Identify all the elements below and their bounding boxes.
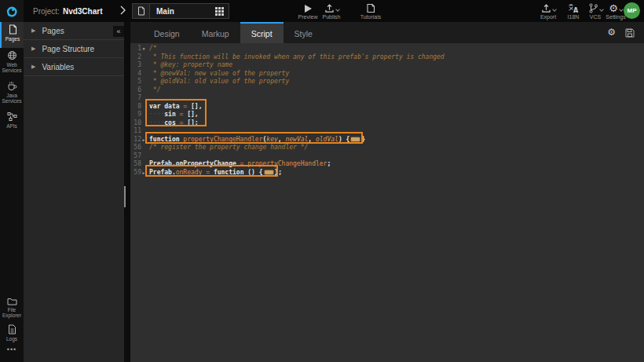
project-name: Nvd3Chart [63, 7, 103, 16]
app-window: Project: Nvd3Chart Main [0, 0, 644, 362]
chevron-down-icon [619, 7, 624, 12]
line-number: 10 [130, 119, 141, 128]
line-number: 57 [130, 152, 141, 161]
sidebar-more-button[interactable]: ••• [0, 346, 24, 353]
sidebar-item-apis[interactable]: APIs [0, 109, 24, 133]
folder-icon [7, 297, 17, 305]
panel-section-pages[interactable]: ▶ Pages [24, 22, 124, 40]
code-line[interactable]: 9····sin = [], [130, 111, 644, 119]
code-line[interactable]: 11 [130, 127, 644, 136]
tab-design[interactable]: Design [143, 22, 191, 43]
line-number: 58 [130, 160, 141, 169]
tutorials-button[interactable]: Tutorials [355, 2, 386, 20]
panel-section-page-structure[interactable]: ▶ Page Structure [24, 40, 124, 58]
save-button[interactable] [625, 28, 635, 38]
code-line[interactable]: 58Prefab.onPropertyChange = propertyChan… [130, 160, 644, 169]
line-number: 1 [130, 45, 141, 53]
editor-settings-button[interactable]: ⚙ [607, 27, 616, 38]
line-number: 56 [130, 144, 141, 152]
line-number: 2 [130, 53, 141, 62]
translate-icon: A [568, 2, 579, 13]
expand-arrow-icon: ▶ [31, 27, 35, 34]
line-number: 11 [130, 127, 141, 136]
sidebar-item-file-explorer[interactable]: File Explorer [0, 294, 24, 324]
line-number: 9 [130, 111, 141, 119]
code-line[interactable]: 12▶function propertyChangeHandler(key, n… [130, 136, 644, 144]
editor-tabbar: Design Markup Script Style ⚙ [130, 22, 644, 43]
pages-panel: ▶ Pages ▶ Page Structure ▶ Variables « [24, 22, 124, 362]
tab-style[interactable]: Style [284, 22, 324, 43]
chevron-down-icon [335, 7, 340, 12]
branch-icon [588, 3, 598, 13]
line-number: 8 [130, 103, 141, 112]
main-area: Design Markup Script Style ⚙ [130, 22, 644, 362]
fold-closed-icon[interactable]: ▶ [141, 136, 146, 144]
globe-icon [7, 50, 17, 60]
expand-arrow-icon: ▶ [31, 46, 35, 52]
sidebar-item-logs[interactable]: Logs [0, 322, 24, 346]
tutorials-book-icon [366, 2, 375, 13]
page-icon [9, 24, 17, 35]
fold-closed-icon[interactable]: ▶ [141, 169, 146, 177]
code-line[interactable]: 7 [130, 94, 644, 103]
project-label: Project: [33, 7, 60, 16]
line-number: 5 [130, 78, 141, 86]
line-number: 59 [130, 169, 141, 177]
code-line[interactable]: 10····cos = []; [130, 119, 644, 128]
play-icon [304, 2, 313, 13]
code-line[interactable]: 1▼/* [130, 45, 644, 53]
code-line[interactable]: 3 * @key: property name [130, 61, 644, 70]
folded-code-widget[interactable] [264, 170, 274, 175]
folded-code-widget[interactable] [350, 137, 360, 142]
sidebar-item-web-services[interactable]: Web Services [0, 48, 24, 79]
app-logo[interactable] [0, 0, 24, 22]
project-breadcrumb: Project: Nvd3Chart [33, 0, 102, 22]
tab-script[interactable]: Script [240, 22, 284, 43]
publish-button[interactable]: Publish [316, 2, 347, 20]
code-line[interactable]: 59▶Prefab.onReady = function () {}; [130, 169, 644, 177]
fold-open-icon[interactable]: ▼ [141, 45, 146, 53]
upload-icon [324, 3, 335, 13]
line-number: 3 [130, 61, 141, 70]
gear-icon: ⚙ [609, 3, 618, 13]
api-icon [7, 112, 17, 122]
code-lines: 1▼/*2 * This function will be invoked wh… [130, 45, 644, 177]
code-line[interactable]: 6 */ [130, 86, 644, 95]
code-line[interactable]: 2 * This function will be invoked when a… [130, 53, 644, 62]
top-header: Project: Nvd3Chart Main [0, 0, 644, 22]
left-sidebar: Pages Web Services Java Services [0, 22, 24, 362]
line-number: 12 [130, 136, 141, 144]
panel-collapse-button[interactable]: « [113, 26, 124, 37]
code-line[interactable]: 8var data = [], [130, 103, 644, 112]
user-avatar[interactable]: MP [624, 2, 640, 19]
expand-arrow-icon: ▶ [31, 64, 35, 70]
coffee-icon [7, 81, 17, 91]
export-icon [541, 3, 551, 13]
page-selector[interactable]: Main [132, 3, 229, 19]
script-editor[interactable]: 1▼/*2 * This function will be invoked wh… [130, 43, 644, 362]
svg-text:A: A [573, 7, 579, 13]
code-line[interactable]: 56/* register the property change handle… [130, 144, 644, 152]
sidebar-item-pages[interactable]: Pages [0, 22, 24, 48]
selected-page-name: Main [150, 7, 215, 16]
chevron-down-icon [552, 7, 557, 12]
code-line[interactable]: 4 * @newVal: new value of the property [130, 70, 644, 79]
page-grid-icon[interactable] [215, 7, 224, 16]
logs-icon [8, 324, 16, 335]
sidebar-item-java-services[interactable]: Java Services [0, 79, 24, 109]
scrollbar-thumb[interactable] [124, 186, 126, 207]
gear-icon: ⚙ [607, 27, 616, 38]
page-doc-icon [133, 4, 150, 18]
wavemaker-logo-icon [5, 5, 18, 17]
line-number: 4 [130, 70, 141, 79]
tab-markup[interactable]: Markup [191, 22, 240, 43]
line-number: 7 [130, 94, 141, 103]
line-number: 6 [130, 86, 141, 95]
panel-section-variables[interactable]: ▶ Variables [24, 58, 124, 76]
save-floppy-icon [625, 28, 635, 38]
code-line[interactable]: 57 [130, 152, 644, 161]
panel-divider[interactable] [124, 22, 130, 362]
code-line[interactable]: 5 * @oldVal: old value of the property [130, 78, 644, 86]
breadcrumb-chevron-icon [120, 5, 126, 15]
